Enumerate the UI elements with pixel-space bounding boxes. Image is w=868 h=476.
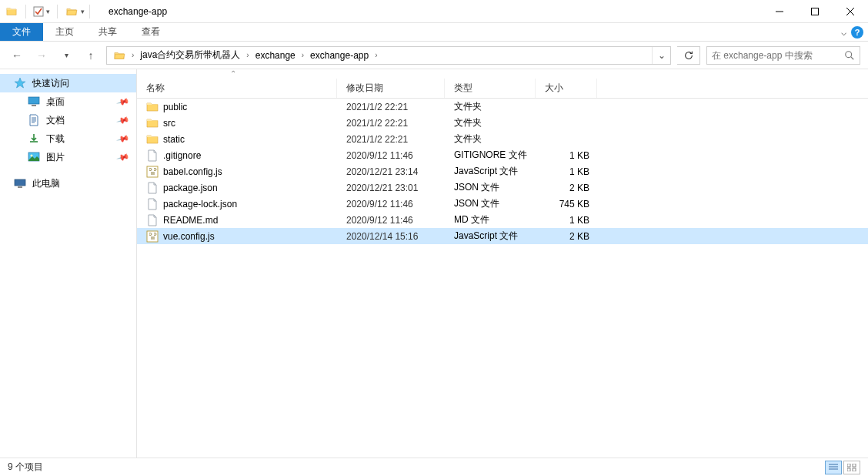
pin-icon: 📌 — [116, 113, 131, 127]
back-button[interactable]: ← — [8, 46, 26, 65]
col-name[interactable]: 名称 — [137, 79, 337, 98]
file-type: JSON 文件 — [445, 181, 536, 194]
file-modified: 2021/1/2 22:21 — [337, 118, 445, 129]
navbar: ← → ▾ ↑ › java合约交易所带机器人 › exchange › exc… — [0, 42, 868, 69]
qat-dropdown-icon[interactable]: ▾ — [46, 8, 50, 15]
search-input[interactable] — [712, 50, 844, 61]
expand-ribbon-icon[interactable]: ⌵ — [841, 27, 846, 38]
search-box[interactable] — [706, 46, 860, 65]
file-modified: 2020/12/14 15:16 — [337, 231, 445, 242]
file-modified: 2020/12/21 23:01 — [337, 183, 445, 193]
table-row[interactable]: babel.config.js2020/12/21 23:14JavaScrip… — [137, 163, 868, 179]
file-size: 745 KB — [536, 199, 597, 210]
chevron-right-icon[interactable]: › — [245, 51, 250, 59]
col-size[interactable]: 大小 — [536, 79, 597, 98]
table-row[interactable]: README.md2020/9/12 11:46MD 文件1 KB — [137, 212, 868, 228]
sidebar: 快速访问 桌面📌文档📌下载📌图片📌 此电脑 — [0, 69, 137, 458]
file-name: package.json — [163, 183, 218, 193]
address-bar[interactable]: › java合约交易所带机器人 › exchange › exchange-ap… — [106, 46, 671, 65]
file-size: 1 KB — [536, 166, 597, 177]
folder-icon — [5, 6, 18, 17]
refresh-button[interactable] — [677, 46, 700, 65]
ribbon-view-tab[interactable]: 查看 — [129, 23, 172, 41]
table-row[interactable]: .gitignore2020/9/12 11:46GITIGNORE 文件1 K… — [137, 147, 868, 163]
help-icon[interactable]: ? — [851, 26, 863, 39]
sidebar-item[interactable]: 下载📌 — [0, 129, 136, 148]
ribbon-share-tab[interactable]: 共享 — [86, 23, 129, 41]
file-size: 1 KB — [536, 150, 597, 161]
col-type[interactable]: 类型 — [445, 79, 536, 98]
file-modified: 2020/9/12 11:46 — [337, 150, 445, 161]
recent-dropdown-icon[interactable]: ▾ — [57, 46, 75, 65]
breadcrumb-segment[interactable]: exchange-app — [307, 47, 372, 64]
file-type: GITIGNORE 文件 — [445, 149, 536, 162]
qat-dropdown-icon[interactable]: ▾ — [81, 8, 85, 15]
icons-view-button[interactable] — [843, 461, 860, 474]
file-type: MD 文件 — [445, 213, 536, 226]
maximize-button[interactable] — [797, 0, 833, 23]
svg-rect-11 — [853, 464, 856, 467]
ribbon-home-tab[interactable]: 主页 — [43, 23, 86, 41]
sidebar-item[interactable]: 桌面📌 — [0, 92, 136, 111]
sidebar-this-pc[interactable]: 此电脑 — [0, 174, 136, 193]
breadcrumb-segment[interactable]: java合约交易所带机器人 — [137, 47, 243, 64]
js-icon — [146, 230, 159, 243]
table-row[interactable]: package.json2020/12/21 23:01JSON 文件2 KB — [137, 179, 868, 196]
window-title: exchange-app — [108, 6, 167, 17]
ribbon-file-tab[interactable]: 文件 — [0, 23, 43, 41]
table-row[interactable]: static2021/1/2 22:21文件夹 — [137, 131, 868, 147]
sidebar-quick-access[interactable]: 快速访问 — [0, 74, 136, 92]
svg-rect-10 — [847, 464, 850, 467]
properties-icon[interactable] — [33, 6, 44, 17]
js-icon — [146, 166, 159, 178]
file-type: JSON 文件 — [445, 197, 536, 210]
documents-icon — [28, 114, 40, 126]
sidebar-item[interactable]: 图片📌 — [0, 148, 136, 166]
chevron-right-icon[interactable]: › — [373, 51, 379, 59]
sidebar-label: 此电脑 — [32, 177, 60, 190]
file-type: 文件夹 — [445, 132, 536, 146]
folder-icon — [110, 47, 129, 64]
folder-icon — [146, 117, 159, 129]
sidebar-item-label: 桌面 — [46, 96, 65, 109]
file-name: package-lock.json — [163, 199, 237, 210]
svg-point-9 — [846, 51, 852, 57]
file-name: babel.config.js — [163, 166, 222, 177]
chevron-right-icon[interactable]: › — [300, 51, 305, 59]
address-dropdown-icon[interactable]: ⌄ — [652, 47, 670, 64]
sidebar-item-label: 文档 — [46, 114, 65, 127]
file-icon — [146, 149, 159, 162]
chevron-right-icon[interactable]: › — [130, 51, 135, 59]
minimize-button[interactable] — [762, 0, 797, 23]
table-row[interactable]: src2021/1/2 22:21文件夹 — [137, 115, 868, 131]
file-list: ⌃ 名称 修改日期 类型 大小 public2021/1/2 22:21文件夹s… — [137, 69, 868, 458]
file-modified: 2021/1/2 22:21 — [337, 102, 445, 112]
search-icon[interactable] — [844, 50, 855, 61]
col-modified[interactable]: 修改日期 — [337, 79, 445, 98]
sidebar-item[interactable]: 文档📌 — [0, 111, 136, 129]
table-row[interactable]: public2021/1/2 22:21文件夹 — [137, 99, 868, 115]
table-row[interactable]: vue.config.js2020/12/14 15:16JavaScript … — [137, 228, 868, 244]
sort-indicator-icon: ⌃ — [229, 69, 237, 79]
file-icon — [146, 214, 159, 226]
file-name: static — [163, 134, 185, 145]
pin-icon: 📌 — [116, 132, 131, 146]
details-view-button[interactable] — [825, 461, 842, 474]
file-size: 1 KB — [536, 215, 597, 226]
column-headers: 名称 修改日期 类型 大小 — [137, 79, 868, 99]
sidebar-item-label: 下载 — [46, 132, 65, 146]
star-icon — [14, 77, 26, 89]
downloads-icon — [28, 132, 40, 145]
breadcrumb-segment[interactable]: exchange — [252, 47, 299, 64]
file-size: 2 KB — [536, 231, 597, 242]
forward-button[interactable]: → — [32, 46, 51, 65]
table-row[interactable]: package-lock.json2020/9/12 11:46JSON 文件7… — [137, 196, 868, 212]
svg-rect-8 — [812, 8, 819, 15]
up-button[interactable]: ↑ — [82, 46, 100, 65]
file-name: README.md — [163, 215, 218, 226]
pin-icon: 📌 — [116, 95, 131, 109]
pin-icon: 📌 — [116, 150, 131, 164]
close-button[interactable] — [833, 0, 868, 23]
folder-icon — [146, 101, 159, 113]
file-name: .gitignore — [163, 150, 201, 161]
